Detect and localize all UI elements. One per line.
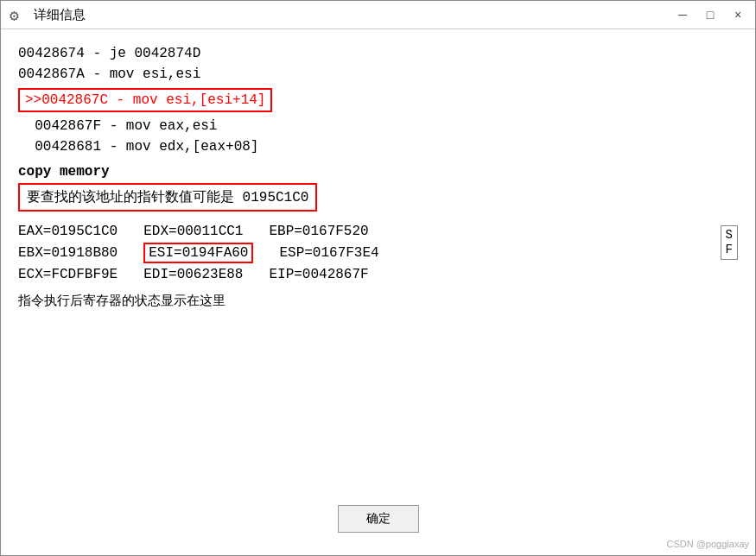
code-instr-4: mov eax,esi — [126, 118, 218, 134]
pointer-info-text: 要查找的该地址的指针数值可能是 0195C1C0 — [18, 183, 317, 212]
code-instr-1: je 0042874D — [110, 46, 201, 61]
sf-label: S F — [721, 225, 738, 260]
code-sep-4: - — [110, 118, 126, 134]
detail-window: ⚙ 详细信息 ─ □ × 00428674 - je 0042874D 0042… — [0, 0, 756, 556]
reg-ebp: EBP=0167F520 — [269, 224, 368, 239]
code-instr-5: mov edx,[eax+08] — [126, 139, 259, 155]
gear-icon: ⚙ — [10, 6, 27, 23]
code-sep-5: - — [110, 139, 126, 155]
code-address-4: 0042867F — [18, 118, 101, 134]
registers-section: EAX=0195C1C0 EDX=00011CC1 EBP=0167F520 E… — [18, 222, 738, 284]
window-title: 详细信息 — [34, 7, 86, 23]
code-sep-1: - — [92, 46, 109, 61]
reg-ebx: EBX=01918B80 — [18, 245, 118, 261]
maximize-button[interactable]: □ — [702, 6, 719, 23]
close-button[interactable]: × — [729, 6, 746, 23]
reg-edx: EDX=00011CC1 — [143, 224, 243, 239]
code-instr-2: mov esi,esi — [110, 66, 201, 82]
watermark: CSDN @poggiaxay — [666, 539, 749, 549]
reg-eax: EAX=0195C1C0 — [18, 224, 118, 239]
title-bar-left: ⚙ 详细信息 — [10, 6, 86, 23]
register-row-2: EBX=01918B80 ESI=0194FA60 ESP=0167F3E4 S… — [18, 241, 738, 265]
code-address-5: 00428681 — [18, 139, 101, 155]
code-line-3-wrapper: >>0042867C - mov esi,[esi+14] — [18, 86, 738, 114]
code-sep-2: - — [92, 66, 109, 82]
code-line-3-highlighted: >>0042867C - mov esi,[esi+14] — [18, 88, 272, 112]
button-row: 确定 — [18, 505, 738, 541]
register-row-3: ECX=FCDFBF9E EDI=00623E88 EIP=0042867F — [18, 265, 738, 284]
code-line-4: 0042867F - mov eax,esi — [18, 116, 738, 136]
code-line-2: 0042867A - mov esi,esi — [18, 64, 738, 85]
copy-memory-label: copy memory — [18, 164, 738, 180]
reg-esi: ESI=0194FA60 — [143, 243, 253, 263]
title-bar-controls: ─ □ × — [674, 6, 746, 23]
register-row-1: EAX=0195C1C0 EDX=00011CC1 EBP=0167F520 — [18, 222, 738, 241]
title-bar: ⚙ 详细信息 ─ □ × — [1, 1, 755, 29]
reg-edi: EDI=00623E88 — [143, 267, 243, 282]
code-line-1: 00428674 - je 0042874D — [18, 43, 738, 64]
reg-esp: ESP=0167F3E4 — [279, 245, 378, 261]
content-area: 00428674 - je 0042874D 0042867A - mov es… — [1, 29, 755, 555]
pointer-info-box: 要查找的该地址的指针数值可能是 0195C1C0 — [18, 183, 738, 218]
code-address-2: 0042867A — [18, 66, 85, 82]
status-text: 指令执行后寄存器的状态显示在这里 — [18, 293, 738, 309]
code-line-5: 00428681 - mov edx,[eax+08] — [18, 136, 738, 157]
reg-eip: EIP=0042867F — [269, 267, 368, 282]
confirm-button[interactable]: 确定 — [338, 505, 419, 533]
code-address-1: 00428674 — [18, 46, 85, 61]
minimize-button[interactable]: ─ — [674, 6, 691, 23]
reg-ecx: ECX=FCDFBF9E — [18, 267, 118, 282]
